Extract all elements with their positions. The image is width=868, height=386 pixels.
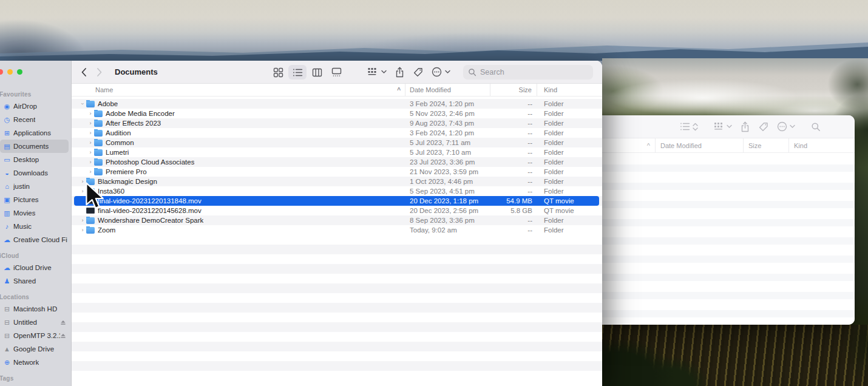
- more-icon[interactable]: [432, 67, 450, 77]
- search-icon: [468, 68, 476, 76]
- network-icon: ⊕: [3, 359, 11, 366]
- sidebar-item[interactable]: ● Red: [7, 384, 67, 386]
- table-row[interactable]: › Adobe Media Encoder 5 Nov 2023, 2:46 p…: [72, 109, 602, 118]
- column-header-kind[interactable]: Kind: [537, 84, 602, 96]
- sidebar-item[interactable]: ▣ Pictures: [7, 193, 67, 206]
- file-icon: [94, 110, 103, 117]
- sidebar-item[interactable]: ⌂ justin: [7, 180, 67, 193]
- icon-view-button[interactable]: [269, 65, 287, 80]
- column-header-kind[interactable]: Kind: [789, 138, 855, 152]
- sidebar-item[interactable]: ⊕ Network: [7, 356, 67, 369]
- column-header-size[interactable]: Size: [744, 138, 789, 152]
- sidebar-item[interactable]: ♟ Shared: [7, 274, 67, 288]
- toolbar: Documents: [72, 61, 602, 84]
- share-icon[interactable]: [741, 121, 750, 132]
- sidebar-item[interactable]: ▲ Google Drive: [7, 342, 67, 356]
- disclosure-chevron[interactable]: ›: [79, 227, 86, 233]
- disclosure-chevron[interactable]: ›: [87, 140, 94, 146]
- group-icon[interactable]: [714, 122, 732, 131]
- column-header-size[interactable]: Size: [490, 84, 537, 96]
- forward-button[interactable]: [97, 67, 103, 77]
- column-sort-indicator[interactable]: ^: [595, 138, 656, 152]
- sidebar-item[interactable]: ⊟ Untitled: [7, 316, 67, 329]
- external-drive-icon: ⊟: [3, 333, 11, 339]
- close-button[interactable]: [0, 69, 3, 75]
- sort-ascending-indicator: ^: [397, 87, 405, 93]
- table-row[interactable]: › After Effects 2023 9 Aug 2023, 7:43 pm…: [72, 118, 602, 128]
- background-window-file-list[interactable]: [595, 154, 855, 325]
- column-header-date-modified[interactable]: Date Modified: [656, 138, 744, 152]
- search-input[interactable]: Search: [463, 65, 593, 80]
- downloads-icon: ◒: [3, 170, 11, 177]
- sidebar-item[interactable]: ♪ Music: [7, 220, 67, 233]
- group-icon[interactable]: [367, 67, 387, 76]
- more-icon[interactable]: [777, 121, 795, 132]
- sidebar-item[interactable]: ☁ Creative Cloud Fil...: [7, 233, 67, 246]
- disclosure-chevron[interactable]: ›: [79, 188, 86, 194]
- wallpaper-vineyard: [602, 325, 868, 386]
- list-view-button[interactable]: [288, 65, 307, 80]
- tag-icon[interactable]: [758, 122, 768, 132]
- sidebar-item[interactable]: ◒ Downloads: [7, 166, 67, 180]
- table-row[interactable]: › Wondershare DemoCreator Spark 8 Sep 20…: [72, 215, 602, 225]
- sidebar-item[interactable]: ▤ Documents: [7, 140, 67, 153]
- disclosure-chevron[interactable]: ›: [87, 169, 94, 175]
- list-view-selector-icon[interactable]: [680, 122, 690, 131]
- sidebar-item[interactable]: ⊟ OpenMTP 3.2.1...: [7, 329, 67, 342]
- column-view-button[interactable]: [308, 65, 326, 80]
- disclosure-chevron[interactable]: ›: [79, 217, 86, 223]
- disclosure-chevron[interactable]: ›: [79, 178, 86, 185]
- column-header-name[interactable]: Name ^: [72, 84, 405, 96]
- sidebar-item[interactable]: ◉ AirDrop: [7, 100, 67, 113]
- disclosure-chevron[interactable]: ›: [87, 120, 94, 126]
- table-row[interactable]: final-video-20231220145628.mov 20 Dec 20…: [72, 206, 602, 215]
- chevron-down-icon: [445, 70, 450, 74]
- sidebar-section-header: iCloud: [0, 252, 67, 259]
- music-icon: ♪: [3, 223, 11, 230]
- zoom-button[interactable]: [17, 69, 22, 75]
- back-button[interactable]: [81, 67, 87, 77]
- table-row[interactable]: › Zoom Today, 9:02 am -- Folder: [72, 225, 602, 235]
- chevron-down-icon: [790, 124, 795, 129]
- eject-icon[interactable]: [60, 320, 67, 325]
- table-row[interactable]: › Common 5 Jul 2023, 7:11 am -- Folder: [72, 138, 602, 147]
- sidebar-item[interactable]: ⊟ Macintosh HD: [7, 302, 67, 316]
- sidebar-item[interactable]: ⊞ Applications: [7, 126, 67, 140]
- disclosure-chevron[interactable]: ›: [87, 159, 94, 165]
- airdrop-icon: ◉: [3, 103, 11, 110]
- table-row[interactable]: › Premiere Pro 21 Nov 2023, 3:59 pm -- F…: [72, 167, 602, 177]
- minimize-button[interactable]: [7, 69, 13, 75]
- sidebar-item[interactable]: ▥ Movies: [7, 206, 67, 220]
- table-row[interactable]: › Photoshop Cloud Associates 23 Jul 2023…: [72, 157, 602, 167]
- shared-icon: ♟: [3, 278, 11, 285]
- file-icon: [86, 198, 95, 204]
- table-row[interactable]: final-video-20231220131848.mov 20 Dec 20…: [72, 196, 602, 206]
- disclosure-chevron[interactable]: ›: [87, 149, 94, 155]
- disclosure-chevron[interactable]: ›: [87, 130, 94, 136]
- table-row[interactable]: › Adobe 3 Feb 2024, 1:20 pm -- Folder: [72, 99, 602, 109]
- sidebar-item[interactable]: ◷ Recent: [7, 113, 67, 126]
- tag-icon[interactable]: [413, 67, 423, 77]
- finder-window-documents[interactable]: Favourites ◉ AirDrop: [0, 61, 602, 386]
- gallery-view-button[interactable]: [327, 65, 345, 80]
- search-icon[interactable]: [811, 122, 821, 132]
- table-row[interactable]: › Blackmagic Design 1 Oct 2023, 4:46 pm …: [72, 177, 602, 186]
- desktop: ^ Date Modified Size Kind Favourites: [0, 0, 868, 386]
- empty-list-area[interactable]: [72, 235, 602, 381]
- sidebar-section-header: Tags: [0, 375, 67, 382]
- file-icon: [86, 208, 95, 214]
- sidebar-item[interactable]: ☁ iCloud Drive: [7, 261, 67, 274]
- eject-icon[interactable]: [60, 333, 67, 339]
- sidebar-item[interactable]: ▭ Desktop: [7, 153, 67, 166]
- disclosure-chevron[interactable]: ›: [80, 100, 86, 107]
- recent-icon: ◷: [3, 117, 11, 123]
- disclosure-chevron[interactable]: ›: [87, 110, 94, 117]
- share-icon[interactable]: [395, 67, 404, 78]
- column-header-date-modified[interactable]: Date Modified: [405, 84, 490, 96]
- creative-cloud-icon: ☁: [3, 237, 11, 243]
- table-row[interactable]: › Audition 3 Feb 2024, 1:20 pm -- Folder: [72, 128, 602, 138]
- table-row[interactable]: › Insta360 5 Sep 2023, 4:51 pm -- Folder: [72, 186, 602, 196]
- table-row[interactable]: › Lumetri 5 Jul 2023, 7:10 am -- Folder: [72, 147, 602, 157]
- documents-icon: ▤: [3, 143, 11, 150]
- finder-window-background[interactable]: ^ Date Modified Size Kind: [595, 115, 855, 325]
